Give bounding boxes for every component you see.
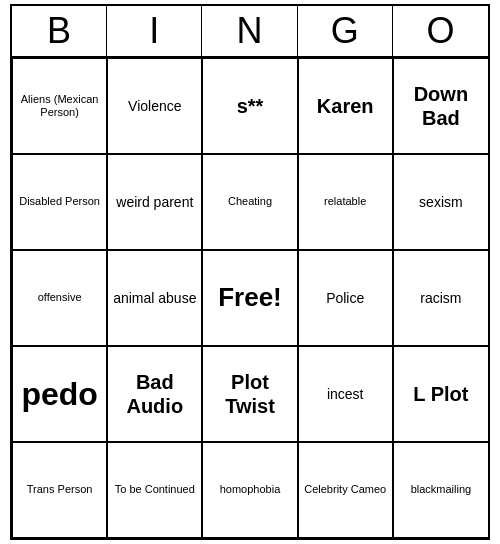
bingo-header: BINGO xyxy=(12,6,488,58)
bingo-grid: Aliens (Mexican Person)Violences**KarenD… xyxy=(12,58,488,538)
bingo-cell-7: Cheating xyxy=(202,154,297,250)
bingo-card: BINGO Aliens (Mexican Person)Violences**… xyxy=(10,4,490,540)
bingo-cell-16: Bad Audio xyxy=(107,346,202,442)
bingo-cell-9: sexism xyxy=(393,154,488,250)
bingo-cell-22: homophobia xyxy=(202,442,297,538)
bingo-cell-18: incest xyxy=(298,346,393,442)
header-letter-o: O xyxy=(393,6,488,56)
bingo-cell-2: s** xyxy=(202,58,297,154)
bingo-cell-0: Aliens (Mexican Person) xyxy=(12,58,107,154)
bingo-cell-24: blackmailing xyxy=(393,442,488,538)
bingo-cell-6: weird parent xyxy=(107,154,202,250)
header-letter-n: N xyxy=(202,6,297,56)
bingo-cell-11: animal abuse xyxy=(107,250,202,346)
bingo-cell-19: L Plot xyxy=(393,346,488,442)
bingo-cell-8: relatable xyxy=(298,154,393,250)
bingo-cell-3: Karen xyxy=(298,58,393,154)
bingo-cell-1: Violence xyxy=(107,58,202,154)
bingo-cell-15: pedo xyxy=(12,346,107,442)
bingo-cell-4: Down Bad xyxy=(393,58,488,154)
bingo-cell-14: racism xyxy=(393,250,488,346)
bingo-cell-20: Trans Person xyxy=(12,442,107,538)
bingo-cell-21: To be Continued xyxy=(107,442,202,538)
bingo-cell-13: Police xyxy=(298,250,393,346)
header-letter-i: I xyxy=(107,6,202,56)
bingo-cell-17: Plot Twist xyxy=(202,346,297,442)
header-letter-b: B xyxy=(12,6,107,56)
bingo-cell-12: Free! xyxy=(202,250,297,346)
bingo-cell-23: Celebrity Cameo xyxy=(298,442,393,538)
bingo-cell-5: Disabled Person xyxy=(12,154,107,250)
header-letter-g: G xyxy=(298,6,393,56)
bingo-cell-10: offensive xyxy=(12,250,107,346)
